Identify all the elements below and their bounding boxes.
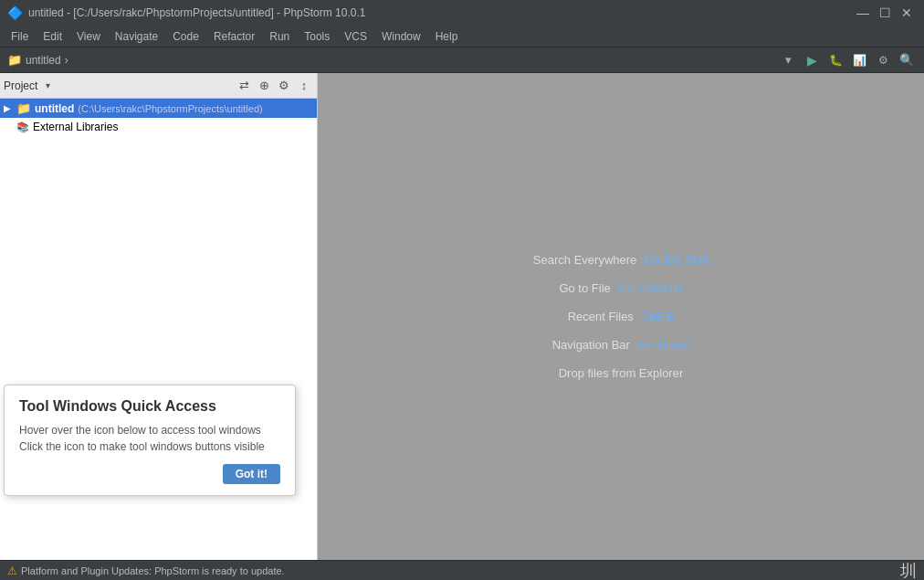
hint-recent: Recent Files Ctrl+E <box>568 310 675 323</box>
menu-help[interactable]: Help <box>428 28 466 45</box>
sidebar-title-row: Project ▾ <box>4 79 233 92</box>
hint-drop: Drop files from Explorer <box>559 366 684 380</box>
nav-bar-actions: ▾ ▶ 🐛 📊 ⚙ 🔍 <box>778 50 917 70</box>
maximize-button[interactable]: ☐ <box>875 3 895 23</box>
menu-bar: File Edit View Navigate Code Refactor Ru… <box>0 26 924 47</box>
nav-dropdown-button[interactable]: ▾ <box>778 50 798 70</box>
hint-navbar-label: Navigation Bar <box>552 338 630 352</box>
title-bar: 🔷 untitled - [C:/Users/rakc/PhpstormProj… <box>0 0 924 26</box>
project-name: untitled <box>35 102 74 115</box>
minimize-button[interactable]: — <box>853 3 873 23</box>
sidebar-tool-icons: ⇄ ⊕ ⚙ ↕ <box>235 77 313 95</box>
sidebar-title: Project <box>4 79 37 92</box>
menu-refactor[interactable]: Refactor <box>206 28 262 45</box>
nav-bar: 📁 untitled › ▾ ▶ 🐛 📊 ⚙ 🔍 <box>0 47 924 73</box>
menu-vcs[interactable]: VCS <box>337 28 374 45</box>
sidebar-sort-button[interactable]: ↕ <box>295 77 313 95</box>
folder-icon: 📁 <box>16 101 31 115</box>
coverage-button[interactable]: 📊 <box>849 50 869 70</box>
status-bar: ⚠ Platform and Plugin Updates: PhpStorm … <box>0 560 924 580</box>
close-button[interactable]: ✕ <box>897 3 917 23</box>
inspect-button[interactable]: ⚙ <box>873 50 893 70</box>
hint-navbar: Navigation Bar Alt+Home <box>552 338 690 352</box>
menu-edit[interactable]: Edit <box>36 28 69 45</box>
status-right-label: 圳 <box>900 560 917 581</box>
external-libraries-label: External Libraries <box>33 121 118 133</box>
expand-arrow-icon: ▶ <box>4 103 13 113</box>
tooltip-line2: Click the icon to make tool windows butt… <box>19 440 265 453</box>
run-button[interactable]: ▶ <box>802 50 822 70</box>
sidebar-toolbar: Project ▾ ⇄ ⊕ ⚙ ↕ <box>0 73 317 99</box>
sidebar-dropdown-button[interactable]: ▾ <box>41 79 54 92</box>
tooltip-text: Hover over the icon below to access tool… <box>19 422 280 455</box>
menu-tools[interactable]: Tools <box>297 28 337 45</box>
hint-search: Search Everywhere Double Shift <box>533 253 709 267</box>
hint-goto-shortcut: Ctrl+Shift+N <box>618 281 683 295</box>
hint-recent-label: Recent Files <box>568 310 634 323</box>
breadcrumb-folder-icon: 📁 <box>7 53 22 67</box>
title-bar-controls: — ☐ ✕ <box>853 3 917 23</box>
breadcrumb: 📁 untitled › <box>7 53 68 67</box>
hint-goto-label: Go to File <box>559 281 610 295</box>
ext-lib-icon: 📚 <box>16 121 29 133</box>
menu-navigate[interactable]: Navigate <box>108 28 165 45</box>
sidebar-expand-button[interactable]: ⊕ <box>255 77 273 95</box>
hint-search-shortcut: Double Shift <box>644 253 709 267</box>
main-layout: Project ▾ ⇄ ⊕ ⚙ ↕ ▶ 📁 untitled (C:\Users… <box>0 73 924 560</box>
hint-goto-file: Go to File Ctrl+Shift+N <box>559 281 682 295</box>
app-icon: 🔷 <box>7 5 23 20</box>
status-bar-right: 圳 <box>900 560 917 581</box>
app-title: untitled - [C:/Users/rakc/PhpstormProjec… <box>28 6 365 19</box>
hint-navbar-shortcut: Alt+Home <box>637 338 689 352</box>
breadcrumb-chevron: › <box>65 54 68 67</box>
sidebar-sync-button[interactable]: ⇄ <box>235 77 253 95</box>
menu-code[interactable]: Code <box>165 28 206 45</box>
hint-search-label: Search Everywhere <box>533 253 636 267</box>
menu-view[interactable]: View <box>69 28 108 45</box>
breadcrumb-text: untitled <box>26 54 61 67</box>
status-warning-icon: ⚠ <box>7 564 17 577</box>
tooltip-line1: Hover over the icon below to access tool… <box>19 424 261 437</box>
menu-file[interactable]: File <box>4 28 36 45</box>
sidebar: Project ▾ ⇄ ⊕ ⚙ ↕ ▶ 📁 untitled (C:\Users… <box>0 73 318 560</box>
tooltip-title: Tool Windows Quick Access <box>19 398 280 415</box>
status-message: Platform and Plugin Updates: PhpStorm is… <box>21 565 285 576</box>
got-it-button[interactable]: Got it! <box>223 464 280 484</box>
search-everywhere-button[interactable]: 🔍 <box>897 50 917 70</box>
hint-drop-label: Drop files from Explorer <box>559 366 684 380</box>
sidebar-settings-button[interactable]: ⚙ <box>275 77 293 95</box>
menu-run[interactable]: Run <box>262 28 297 45</box>
hint-recent-shortcut: Ctrl+E <box>641 310 674 323</box>
menu-window[interactable]: Window <box>374 28 428 45</box>
tooltip-popup: Tool Windows Quick Access Hover over the… <box>4 385 296 496</box>
debug-button[interactable]: 🐛 <box>825 50 845 70</box>
external-libraries-item[interactable]: 📚 External Libraries <box>0 118 317 136</box>
title-bar-left: 🔷 untitled - [C:/Users/rakc/PhpstormProj… <box>7 5 365 20</box>
editor-area: Search Everywhere Double Shift Go to Fil… <box>318 73 924 560</box>
project-path: (C:\Users\rakc\PhpstormProjects\untitled… <box>78 103 262 114</box>
project-root-item[interactable]: ▶ 📁 untitled (C:\Users\rakc\PhpstormProj… <box>0 99 317 118</box>
